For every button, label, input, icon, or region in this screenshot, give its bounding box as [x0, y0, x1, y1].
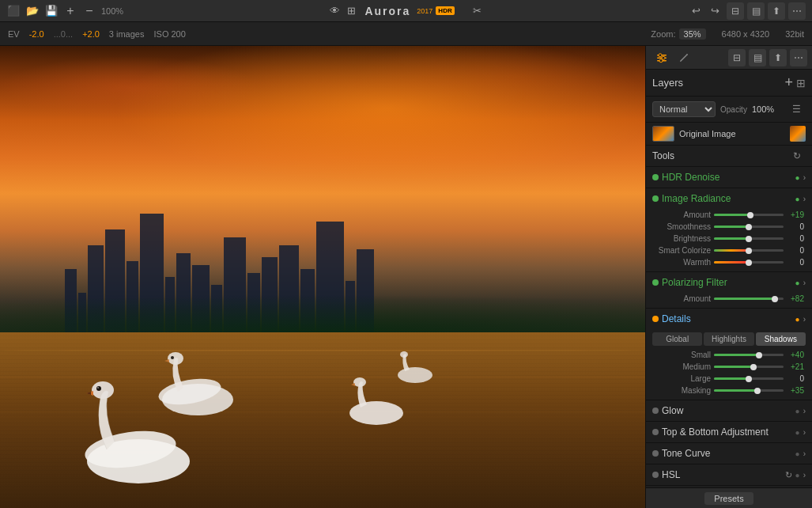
brightness-label: Brightness	[654, 234, 711, 243]
polarizing-label: Polarizing Filter	[662, 277, 795, 288]
smoothness-thumb[interactable]	[746, 224, 752, 230]
tools-title: Tools	[652, 150, 793, 161]
panel-layers-icon[interactable]: ▤	[749, 49, 766, 66]
smoothness-track[interactable]	[714, 226, 784, 228]
polarizing-chevron[interactable]: ›	[803, 279, 806, 287]
medium-label: Medium	[654, 362, 711, 371]
amount-track[interactable]	[714, 214, 784, 216]
pol-amount-value: +82	[787, 294, 804, 303]
minus-icon[interactable]: −	[82, 4, 96, 18]
layers-title: Layers	[652, 77, 784, 89]
layer-item[interactable]: Original Image	[646, 123, 812, 146]
compare-icon[interactable]: ⊞	[344, 4, 358, 18]
polarizing-filter-section[interactable]: Polarizing Filter ● ›	[646, 272, 812, 293]
app-version: 2017	[417, 7, 432, 15]
svg-point-2	[168, 352, 183, 365]
details-tab-global[interactable]: Global	[652, 332, 702, 346]
polarizing-status-dot: ●	[795, 279, 800, 287]
pol-amount-thumb[interactable]	[772, 296, 778, 302]
hsl-dot	[652, 472, 659, 478]
smart-colorize-thumb[interactable]	[746, 248, 752, 254]
polarizing-dot	[652, 279, 659, 286]
medium-track[interactable]	[714, 366, 784, 368]
file-new-icon[interactable]: ⬛	[6, 4, 21, 18]
iso-value: ISO 200	[153, 29, 185, 39]
file-open-icon[interactable]: 📂	[25, 4, 40, 18]
image-radiance-chevron[interactable]: ›	[803, 195, 806, 203]
panel-more-icon[interactable]: ⋯	[790, 49, 807, 66]
redo-icon[interactable]: ↪	[708, 4, 722, 18]
glow-section[interactable]: Glow ● ›	[646, 400, 812, 422]
panel-share-icon[interactable]: ⬆	[769, 49, 787, 66]
warmth-track[interactable]	[714, 261, 784, 263]
hsl-section[interactable]: HSL ↻ ● ›	[646, 464, 812, 486]
tone-curve-section[interactable]: Tone Curve ● ›	[646, 443, 812, 464]
details-sliders: Small +40 Medium +21 Large	[646, 349, 812, 400]
toolbar-left: ⬛ 📂 💾 + − 100%	[6, 4, 123, 18]
share-icon[interactable]: ⋯	[788, 2, 806, 20]
zoom-selector[interactable]: 35%	[679, 28, 706, 40]
svg-point-7	[353, 377, 366, 387]
crop-icon[interactable]: ✂	[470, 4, 485, 18]
top-bottom-section[interactable]: Top & Bottom Adjustment ● ›	[646, 422, 812, 443]
tab-adjust[interactable]	[651, 47, 673, 69]
grid-icon[interactable]: ⊟	[727, 2, 744, 20]
brightness-value: 0	[787, 234, 804, 243]
main-toolbar: ⬛ 📂 💾 + − 100% 👁 ⊞ Aurora 2017 HDR ✂ ↩ ↪…	[0, 0, 812, 22]
add-icon[interactable]: +	[63, 4, 77, 18]
export-icon[interactable]: ⬆	[768, 2, 785, 20]
details-tab-highlights[interactable]: Highlights	[704, 332, 753, 346]
undo-icon[interactable]: ↩	[689, 4, 703, 18]
layers-icon[interactable]: ▤	[747, 2, 765, 20]
smart-colorize-track[interactable]	[714, 249, 784, 252]
image-radiance-section[interactable]: Image Radiance ● ›	[646, 188, 812, 209]
warmth-thumb[interactable]	[746, 260, 752, 266]
amount-thumb[interactable]	[747, 212, 753, 218]
preview-icon[interactable]: 👁	[327, 4, 342, 18]
pol-amount-fill	[714, 298, 775, 300]
tools-section-header[interactable]: Tools ↻	[646, 146, 812, 167]
blend-list-icon[interactable]: ☰	[787, 100, 806, 119]
blend-mode-select[interactable]: Normal Multiply Screen Overlay	[652, 101, 716, 117]
details-label: Details	[662, 313, 795, 324]
masking-track[interactable]	[714, 389, 784, 392]
top-bottom-chevron[interactable]: ›	[803, 428, 806, 437]
panel-grid-icon[interactable]: ⊟	[728, 49, 746, 66]
brightness-thumb[interactable]	[746, 236, 752, 242]
hdr-denoise-chevron[interactable]: ›	[803, 173, 806, 182]
large-track[interactable]	[714, 377, 784, 380]
glow-chevron[interactable]: ›	[803, 407, 806, 415]
tab-brush[interactable]	[673, 47, 695, 69]
details-chevron[interactable]: ›	[803, 315, 806, 324]
hdr-denoise-dot-icon: ●	[795, 173, 800, 182]
file-save-icon[interactable]: 💾	[44, 4, 59, 18]
layer-thumb-right	[790, 126, 806, 142]
tools-scroll-area[interactable]: Tools ↻ HDR Denoise ● › Image Radiance ●…	[646, 146, 812, 487]
opacity-value: 100%	[752, 104, 774, 114]
sub-toolbar: EV -2.0 ...0... +2.0 3 images ISO 200 Zo…	[0, 22, 812, 46]
layers-add-button[interactable]: +	[784, 74, 793, 91]
masking-thumb[interactable]	[754, 388, 761, 394]
smart-colorize-value: 0	[787, 246, 804, 255]
canvas-image	[0, 46, 645, 508]
presets-button[interactable]: Presets	[704, 492, 753, 505]
small-thumb[interactable]	[756, 352, 762, 358]
tools-refresh-icon[interactable]: ↻	[793, 150, 801, 161]
slider-row-medium: Medium +21	[646, 361, 812, 373]
details-section[interactable]: Details ● ›	[646, 309, 812, 329]
canvas-area[interactable]	[0, 46, 645, 508]
pol-amount-track[interactable]	[714, 298, 784, 300]
slider-row-pol-amount: Amount +82	[646, 293, 812, 309]
brightness-track[interactable]	[714, 237, 784, 240]
layers-options-icon[interactable]: ⊞	[796, 77, 806, 89]
large-thumb[interactable]	[746, 376, 752, 382]
panel-actions: ⊟ ▤ ⬆ ⋯	[725, 49, 807, 66]
small-track[interactable]	[714, 354, 784, 356]
svg-point-18	[659, 59, 663, 62]
hsl-chevron[interactable]: ›	[803, 471, 806, 480]
details-tab-shadows[interactable]: Shadows	[756, 332, 806, 346]
medium-thumb[interactable]	[750, 364, 757, 370]
hdr-denoise-section[interactable]: HDR Denoise ● ›	[646, 167, 812, 188]
tone-curve-chevron[interactable]: ›	[803, 449, 806, 458]
hsl-refresh-icon[interactable]: ↻	[785, 470, 792, 480]
